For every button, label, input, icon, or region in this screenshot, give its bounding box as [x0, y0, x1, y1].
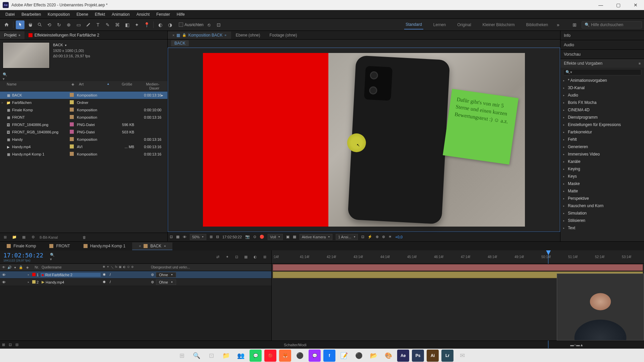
layer-row[interactable]: 👁 ▸ 1 ■Rot Farbfläche 2 ✱/ ⊚Ohne▼ [0, 271, 271, 279]
project-item[interactable]: ▦FRONT Komposition 0:00:13:16 [0, 114, 167, 121]
mask-icon[interactable]: 👁 [183, 235, 186, 239]
taskbar-opera-icon[interactable]: 🔴 [264, 350, 276, 362]
resolution-dropdown[interactable]: Voll▼ [268, 234, 283, 240]
toggle-modes-icon[interactable]: ⊡ [7, 343, 13, 347]
taskbar-whatsapp-icon[interactable]: 💬 [250, 350, 262, 362]
settings-icon[interactable]: ⚙ [30, 235, 36, 239]
effect-category[interactable]: ▸* Animationsvorgaben [560, 77, 644, 84]
exposure-icon[interactable]: ☀ [388, 235, 392, 239]
guides-icon[interactable]: ⊟ [216, 235, 219, 239]
effect-category[interactable]: ▸Immersives Video [560, 150, 644, 158]
effect-category[interactable]: ▸Perspektive [560, 195, 644, 202]
effect-category[interactable]: ▸Maske [560, 180, 644, 187]
puppet-pin-tool[interactable]: 📍 [142, 20, 151, 29]
effect-category[interactable]: ▸Text [560, 224, 644, 232]
effect-category[interactable]: ▸CINEMA 4D [560, 106, 644, 114]
selection-tool[interactable] [16, 20, 24, 29]
effect-category[interactable]: ▸3D-Kanal [560, 84, 644, 92]
effect-category[interactable]: ▸Stilisieren [560, 217, 644, 224]
taskbar-windows-icon[interactable]: ⊞ [176, 350, 188, 362]
snapshot-icon[interactable]: 📷 [245, 235, 250, 239]
taskbar-ae-icon[interactable]: Ae [397, 350, 409, 362]
workspace-bibliotheken[interactable]: Bibliotheken [525, 20, 549, 29]
effect-category[interactable]: ▸Keys [560, 173, 644, 180]
project-item[interactable]: 🖼FRONT_RGB_1840886.png PNG-Datei 503 KB [0, 128, 167, 136]
project-item[interactable]: ▦Handy Komposition 0:00:13:16 [0, 136, 167, 143]
info-panel-tab[interactable]: Info [560, 31, 644, 40]
effect-category[interactable]: ▸Boris FX Mocha [560, 99, 644, 106]
folder-icon[interactable]: 📁 [11, 235, 17, 239]
menu-animation[interactable]: Animation [108, 11, 133, 18]
composition-tab[interactable]: ×▦🔒Komposition BACK≡ [168, 32, 231, 39]
draft-3d-icon[interactable]: ✦ [224, 254, 230, 260]
close-button[interactable]: ✕ [630, 1, 641, 9]
comp-flowchart-icon[interactable]: ⇄ [214, 254, 221, 260]
toggle-switches-icon[interactable]: ⊞ [0, 343, 7, 347]
composition-tab[interactable]: Footage (ohne) [265, 32, 302, 39]
shy-icon[interactable]: ⊡ [233, 254, 240, 260]
effect-category[interactable]: ▸Audio [560, 92, 644, 99]
project-item[interactable]: ▶Handy.mp4 AVI ... MB 0:00:13:16 [0, 143, 167, 150]
project-item[interactable]: ▦BACK Komposition 0:00:13:16 ▸ [0, 92, 167, 99]
effect-category[interactable]: ▸Farbkorrektur [560, 128, 644, 136]
taskbar-taskview-icon[interactable]: ⊡ [205, 350, 217, 362]
composition-tab[interactable]: Ebene (ohne) [231, 32, 265, 39]
effect-category[interactable]: ▸Matte [560, 187, 644, 195]
motion-blur-icon[interactable]: ◐ [252, 254, 259, 260]
transparency-icon[interactable]: ▦ [293, 235, 296, 239]
effect-category[interactable]: ▸Simulation [560, 209, 644, 217]
timeline-tab[interactable]: Handy.mp4 Komp 1 [77, 242, 132, 250]
timeline-tab[interactable]: FRONT [43, 242, 76, 250]
current-timecode[interactable]: 17:02:50:22 [3, 252, 43, 259]
views-dropdown[interactable]: 1 Ansi...▼ [336, 234, 358, 240]
workspace-kleiner-bildschirm[interactable]: Kleiner Bildschirm [481, 20, 516, 29]
timeline-tab[interactable]: Finale Komp [0, 242, 43, 250]
clone-stamp-tool[interactable]: ⌘ [113, 20, 122, 29]
layer-bar-1[interactable] [273, 264, 643, 271]
rotate-tool[interactable]: ↻ [55, 20, 63, 29]
align-checkbox[interactable]: Ausrichten [179, 22, 204, 27]
channel-icon[interactable]: ▦ [176, 235, 179, 239]
project-table-header[interactable]: Name ◈ Art▲ Größe Medien-Dauer [0, 81, 167, 92]
menu-effekt[interactable]: Effekt [92, 11, 108, 18]
taskbar-app1-icon[interactable]: ⚫ [294, 350, 306, 362]
effect-category[interactable]: ▸Einstellungen für Expressions [560, 121, 644, 128]
effect-controls-tab[interactable]: Effekteinstellungen Rot Farbfläche 2 [24, 31, 103, 39]
timeline-search-icon[interactable]: 🔍▾ [50, 253, 56, 261]
type-tool[interactable]: T [94, 20, 102, 29]
pixel-aspect-icon[interactable]: ⊡ [361, 235, 364, 239]
taskbar-notes-icon[interactable]: 📝 [338, 350, 350, 362]
workspace-grid-icon[interactable]: ⊞ [570, 20, 579, 29]
eraser-tool[interactable]: ◧ [123, 20, 131, 29]
hand-tool[interactable] [25, 20, 34, 29]
taskbar-ps-icon[interactable]: Ps [412, 350, 424, 362]
graph-editor-icon[interactable]: ⊞ [261, 254, 268, 260]
timeline-tab[interactable]: ×BACK≡ [132, 242, 172, 250]
project-item[interactable]: 🖼FRONT_1840886.png PNG-Datei 596 KB [0, 121, 167, 128]
exposure-value[interactable]: +0,0 [395, 235, 402, 239]
menu-fenster[interactable]: Fenster [153, 11, 173, 18]
effect-category[interactable]: ▸Generieren [560, 143, 644, 150]
bit-depth[interactable]: 8-Bit-Kanal [40, 235, 58, 239]
menu-datei[interactable]: Datei [2, 11, 18, 18]
effects-search-input[interactable]: 🔍▾ [563, 69, 641, 75]
taskbar-folder-icon[interactable]: 📂 [368, 350, 380, 362]
playhead-icon[interactable] [546, 250, 551, 255]
roi-icon[interactable]: ▣ [286, 235, 289, 239]
snap-icon[interactable]: ⎋ [205, 20, 213, 29]
footer-mode-label[interactable]: Schalter/Modi [20, 343, 570, 347]
effect-category[interactable]: ▸Rauschen und Korn [560, 202, 644, 209]
show-snapshot-icon[interactable]: ⊙ [253, 235, 256, 239]
color-icon[interactable]: 🔴 [260, 235, 264, 239]
project-item[interactable]: >📁Farbflächen Ordner [0, 99, 167, 106]
timecode-display[interactable]: 17:02:50:22 [222, 235, 242, 239]
anchor-point-tool[interactable]: ⊕ [64, 20, 73, 29]
taskbar-teams-icon[interactable]: 👥 [235, 350, 247, 362]
alpha-icon[interactable]: ⊡ [170, 235, 173, 239]
taskbar-lr-icon[interactable]: Lr [441, 350, 453, 362]
trash-icon[interactable]: 🗑 [81, 235, 87, 239]
comp-name-label[interactable]: BACK▼ [53, 42, 90, 48]
fill-icon[interactable]: ◐ [156, 20, 165, 29]
roto-brush-tool[interactable]: ✦ [132, 20, 141, 29]
workspace-standard[interactable]: Standard [404, 20, 423, 29]
